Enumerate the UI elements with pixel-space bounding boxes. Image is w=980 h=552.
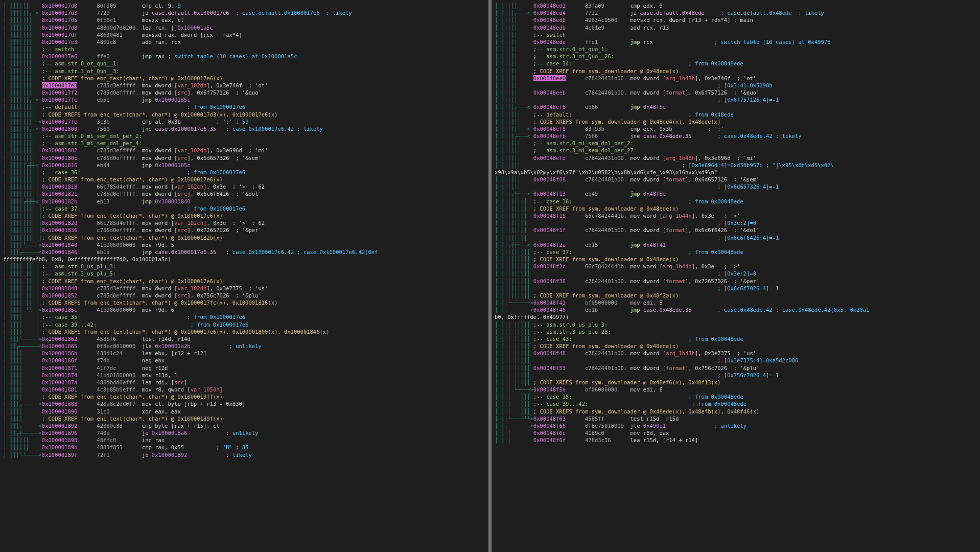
- disasm-line[interactable]: │ │││││ 0x00048ede ffe1 jmp rcx ; switch…: [495, 38, 977, 45]
- disasm-line[interactable]: │ ││││ ││││ 0x100001848 c785d3efffff. mo…: [3, 285, 485, 292]
- disasm-line[interactable]: │ ││││││││ 0x00048f15 66c78424441b. mov …: [495, 212, 977, 219]
- disasm-line[interactable]: │ │││└───└└>0x100001862 4585f6 test r14d…: [3, 335, 485, 342]
- disasm-line[interactable]: │ ││││ ││││ 0x100001852 c785d0efffff. mo…: [3, 292, 485, 299]
- disasm-line[interactable]: │ ││││││││ 0x00048f1f c78424401b00. mov …: [495, 226, 977, 234]
- disasm-line[interactable]: │ │││ 0x00048f6c 4189c0 mov r8d, eax: [495, 429, 977, 436]
- disasm-line[interactable]: │ ││││┌───< 0x00048ed4 7722 ja case.defa…: [495, 9, 977, 16]
- disasm-line[interactable]: │ ││││││││ 0x100001802 c785d3efffff. mov…: [3, 147, 485, 154]
- disasm-line[interactable]: │ │││││││││ ; CODE XREF from sym._downlo…: [495, 256, 977, 263]
- disasm-line[interactable]: b0, 0xfffffde, 0x49977): [495, 313, 977, 320]
- disasm-line[interactable]: │ │││││││││ ; CODE XREF from sym._downlo…: [495, 292, 977, 299]
- disasm-line[interactable]: │ │││ │││││ ;-- case 43: ; from 0x00048e…: [495, 335, 977, 342]
- disasm-line[interactable]: │ ││┌┼─────<0x100001896 740e je 0x100001…: [3, 429, 485, 436]
- disasm-line[interactable]: │ │││ │││││ ; [0x756c7026:4]=-1: [495, 372, 977, 379]
- disasm-line[interactable]: │ │││││││└─>0x1000017fe 3c3b cmp al, 0x3…: [3, 118, 485, 125]
- disasm-line[interactable]: │ ││││││ 0x1000017d0 80f909 cmp cl, 9; 9: [3, 2, 485, 9]
- disasm-line[interactable]: │ ││││ ││││ ; CODE XREF from enc_text(ch…: [3, 278, 485, 285]
- disasm-line[interactable]: │ ││││││││ ;-- asm.str.3_mi_sem_dol_per_…: [3, 140, 485, 147]
- disasm-line[interactable]: │ ││││││ ;-- default: ; from 0x48ede: [495, 111, 977, 118]
- disasm-line[interactable]: │ │││ │││││ ;-- asm.str.0_us_plu_3:: [495, 321, 977, 328]
- disasm-line[interactable]: │ ││││││┌─< 0x1000017d3 7729 ja case.def…: [3, 9, 485, 16]
- disasm-line[interactable]: │ ││││││ ; [0x6d657326:4]=-1: [495, 183, 977, 190]
- disasm-line[interactable]: │ │││ │││││ 0x00048f48 c78424431b00. mov…: [495, 350, 977, 357]
- disasm-line[interactable]: │ │││││ ;-- switch: [495, 31, 977, 38]
- disasm-line[interactable]: │ ││││││ ; CODE XREFS from sym._download…: [495, 118, 977, 125]
- disasm-line[interactable]: │ ││││ 0x100001871 41f7dc neg r12d: [3, 364, 485, 372]
- disasm-line[interactable]: │ ││││││││ ;-- asm.str.0_mi_sem_dol_per_…: [3, 132, 485, 140]
- disasm-line[interactable]: │ ││││││││││0x10000182d 66c785d4efff. mo…: [3, 219, 485, 226]
- disasm-line[interactable]: │ │││ │││││ 0x00048f53 c78424401b00. mov…: [495, 364, 977, 372]
- disasm-line[interactable]: │ │││││││ ;-- asm.str.0_ot_quo__1:: [3, 60, 485, 67]
- disasm-line[interactable]: │ │││││││ 0x1000017d8 488d0d7d0200. lea …: [3, 24, 485, 31]
- disassembly-pane-right[interactable]: │ │││││ 0x00048ed1 83fa09 cmp edx, 9│ ││…: [492, 0, 980, 552]
- disasm-line[interactable]: │ │││││└──> 0x00048ef8 83f93b cmp ecx, 0…: [495, 125, 977, 132]
- disasm-line[interactable]: │ │││ └└───>0x00048f5e bf06000000 mov ed…: [495, 386, 977, 393]
- disasm-line[interactable]: │ ││││││││ 0x10000180c c785d0efffff. mov…: [3, 154, 485, 162]
- disasm-line[interactable]: │ ││││││││ ;-- case 36: ; from 0x00048ed…: [495, 198, 977, 205]
- disasm-line[interactable]: │ ││││││││ ; CODE XREFS from enc_text(ch…: [3, 111, 485, 118]
- disasm-line[interactable]: │ ││││ ││ ; CODE XREFS from enc_text(cha…: [3, 328, 485, 335]
- disasm-line[interactable]: │ ││││││││ ; [0x6c6f6426:4]=-1: [495, 234, 977, 241]
- disasm-line[interactable]: │ ││││││ 0x00048efd c78424431b00. mov dw…: [495, 154, 977, 162]
- disasm-line[interactable]: │ │││││ ;-- asm.str.3_ot_Quo__26:: [495, 53, 977, 60]
- disasm-line[interactable]: │ ││││┌┼┼┼< 0x10000182b eb13 jmp 0x10000…: [3, 198, 485, 205]
- disasm-line[interactable]: │ │││││ ; [0x3:4]=0x5290b: [495, 82, 977, 89]
- disasm-line[interactable]: │ ││┌┼┼┼──< 0x00048f2a eb15 jmp 0x48f41: [495, 241, 977, 248]
- disasm-line[interactable]: │ │││ 0x00048f6f 478d3c36 lea r15d, [r14…: [495, 436, 977, 444]
- disasm-line[interactable]: │ │││ │││││ ;-- asm.str.3_us_plu_28:: [495, 328, 977, 335]
- disasm-line[interactable]: │ │││││││││ 0x100001818 66c785d4efff. mo…: [3, 183, 485, 190]
- disasm-line[interactable]: │ ││││││ ; [0x3e696d:4]=0xd58b957c ; "|\…: [495, 162, 977, 169]
- disasm-line[interactable]: │ ││││ 0x10000186f f7db neg ebx: [3, 357, 485, 364]
- disasm-line[interactable]: │ ││││││││ ;-- default: ; from 0x1000017…: [3, 103, 485, 110]
- disasm-line[interactable]: │ │┌───────<0x00048f46 eb1b jmp case.0x4…: [495, 306, 977, 313]
- disasm-line[interactable]: │ ││││││ 0x100001898 48ffc0 inc rax: [3, 436, 485, 444]
- disasm-line[interactable]: │ │││││ 0x00048edb 4c01e9 add rcx, r13: [495, 24, 977, 31]
- disasm-line[interactable]: │ │││ │││││ ; [0x3e7375:4]=0xa5d2c000: [495, 357, 977, 364]
- disasm-line[interactable]: │ │││││││ 0x1000017f2 c785d0efffff. mov …: [3, 89, 485, 96]
- disasm-line[interactable]: │ ││││ 0x100001874 41bd01000000 mov r13d…: [3, 372, 485, 379]
- disasm-line[interactable]: │ │││┌─────<0x100001846 eb1a jmp case.0x…: [3, 248, 485, 256]
- disasm-line[interactable]: │ ││││┌───< 0x00048ef6 eb66 jmp 0x48f5e: [495, 103, 977, 110]
- disasm-line[interactable]: │ ││││││││ ; CODE XREF from sym._downloa…: [495, 205, 977, 212]
- disasm-line[interactable]: │ │││││││ 0x1000017df 48630481 movsxd ra…: [3, 31, 485, 38]
- disasm-line[interactable]: │ ││││┌───< 0x00048efb 7566 jne case.0x4…: [495, 132, 977, 140]
- disassembly-pane-left[interactable]: │ ││││││ 0x1000017d0 80f909 cmp cl, 9; 9…: [0, 0, 488, 552]
- disasm-line[interactable]: │ ││└───└└└>0x00048f63 4585ff test r15d,…: [495, 415, 977, 422]
- disasm-line[interactable]: │ │││││ 0x00048ee0 c78424431b00. mov dwo…: [495, 75, 977, 82]
- disasm-line[interactable]: │ │││││││││ ; CODE XREF from enc_text(ch…: [3, 176, 485, 183]
- disasm-line[interactable]: │ │││┌┼┼──< 0x00048f13 eb49 jmp 0x48f5e: [495, 190, 977, 197]
- disasm-line[interactable]: │ ││││││┌─< 0x100001800 7560 jne case.0x…: [3, 125, 485, 132]
- disasm-line[interactable]: │ ││││││ 0x00048f08 c78424401b00. mov dw…: [495, 176, 977, 183]
- disasm-line[interactable]: │ │││ │││││ ; CODE XREFS from sym._downl…: [495, 379, 977, 386]
- disasm-line[interactable]: │ │││││││││ ;-- case 37: ; from 0x00048e…: [495, 248, 977, 256]
- disasm-line[interactable]: │ ││││ ││││ ;-- asm.str.3_us_plu_5:: [3, 270, 485, 277]
- disasm-line[interactable]: │ │││││┌┼┼< 0x100001816 eb44 jmp 0x10000…: [3, 162, 485, 169]
- disasm-line[interactable]: │ ││││ ││ ;-- case 35: ; from 0x1000017e…: [3, 313, 485, 320]
- disasm-line[interactable]: │ │││││││ ;-- asm.str.3_ot_Quo__3:: [3, 67, 485, 75]
- disasm-line[interactable]: │ │││││││ 0x1000017d5 0fb6c1 movzx eax, …: [3, 16, 485, 24]
- disasm-line[interactable]: │ │││││││ 0x1000017e6 ffe0 jmp rax ; swi…: [3, 53, 485, 60]
- disasm-line[interactable]: │ ││││ 0x10000187a 488dbdd0efff. lea rdi…: [3, 379, 485, 386]
- disasm-line[interactable]: │ │││││││ ; CODE XREF from enc_text(char…: [3, 75, 485, 82]
- disasm-line[interactable]: │ ││││ 0x100001881 4c8b85b0efff. mov r8,…: [3, 386, 485, 393]
- disasm-line[interactable]: │ ││││││ 0x10000189b 4883f855 cmp rax, 0…: [3, 444, 485, 451]
- disasm-line[interactable]: │ ││││ └└──>0x10000185c 41b906000000 mov…: [3, 306, 485, 313]
- disasm-line[interactable]: │ │││││││ ;-- switch: [3, 45, 485, 53]
- disasm-line[interactable]: │ ││└──────>0x00048f41 bf05000000 mov ed…: [495, 299, 977, 306]
- disasm-line[interactable]: │ ││││ 0x100001890 31c0 xor eax, eax: [3, 408, 485, 415]
- disasm-line[interactable]: │ ││││││││││; CODE XREF from enc_text(ch…: [3, 212, 485, 219]
- disasm-line[interactable]: │ │││ │││ ;-- case 39...42: ; from 0x000…: [495, 400, 977, 407]
- disasm-line[interactable]: │ │││┌─────>0x100001892 42380c38 cmp byt…: [3, 422, 485, 429]
- disasm-line[interactable]: │ ││││└────>0x100001840 41b905000000 mov…: [3, 241, 485, 248]
- disasm-line[interactable]: │ │││││ ; CODE XREF from sym._downloader…: [495, 67, 977, 75]
- disasm-line[interactable]: │ │││└└────<0x10000189f 72f1 jb 0x100001…: [3, 451, 485, 458]
- disasm-line[interactable]: │ │││││││││ 0x00048f2c 66c78424441b. mov…: [495, 263, 977, 270]
- disasm-line[interactable]: │ ││││││││││0x100001836 c785d0efffff. mo…: [3, 226, 485, 234]
- disasm-line[interactable]: │ │││││││││ ; [0x6c6f7026:4]=-1: [495, 285, 977, 292]
- disasm-line[interactable]: │ │││ │││ ; CODE XREFS from sym._downloa…: [495, 408, 977, 415]
- disasm-line[interactable]: │ │││││ ;-- case 34: ; from 0x00048ede: [495, 60, 977, 67]
- disasm-line[interactable]: │ │││││││││ 0x00048f36 c78424401b00. mov…: [495, 278, 977, 285]
- disasm-line[interactable]: │ │┌───────<0x00048f66 0f8e75010000 jle …: [495, 422, 977, 429]
- disasm-line[interactable]: │ ││││││││││;-- case 37: ; from 0x100001…: [3, 205, 485, 212]
- disasm-line[interactable]: │ │││││││││ 0x100001821 c785d0efffff. mo…: [3, 190, 485, 197]
